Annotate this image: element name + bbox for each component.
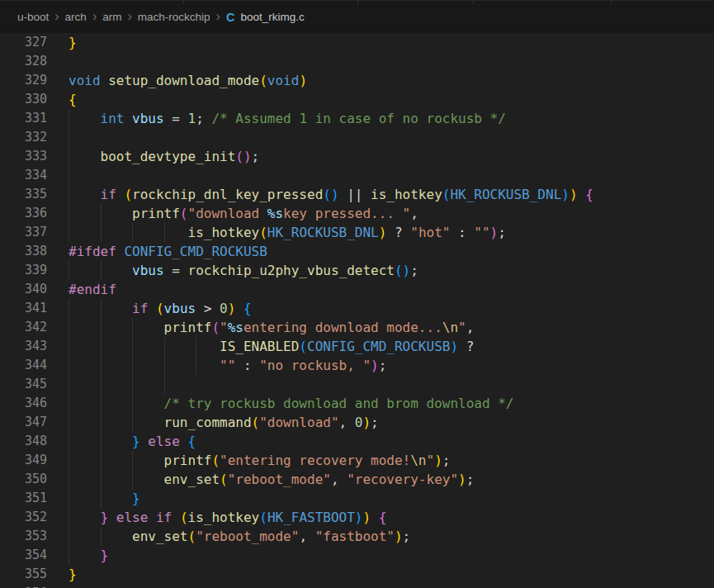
indent-guide (164, 223, 165, 242)
line-number: 347 (0, 413, 47, 432)
line-number: 339 (0, 261, 47, 280)
indent-guide (69, 527, 69, 546)
indent-guide (69, 432, 69, 451)
code-line[interactable]: 336 printf("download %skey pressed... ", (0, 204, 714, 223)
line-number: 346 (0, 394, 47, 413)
code-line[interactable]: 344 "" : "no rockusb, "); (0, 356, 714, 375)
indent-guide (132, 223, 133, 242)
indent-guide (69, 109, 69, 128)
indent-guide (101, 356, 102, 375)
code-line[interactable]: 331 int vbus = 1; /* Assumed 1 in case o… (0, 109, 714, 128)
editor-tab-strip (0, 0, 714, 3)
breadcrumb-file-label: boot_rkimg.c (240, 11, 304, 23)
indent-guide (101, 413, 102, 432)
line-number: 341 (0, 299, 47, 318)
line-number: 329 (0, 71, 47, 90)
indent-guide (69, 299, 69, 318)
chevron-right-icon: › (49, 9, 64, 24)
c-language-icon: C (226, 11, 234, 24)
code-line[interactable]: 356 (0, 584, 714, 588)
line-number: 340 (0, 280, 47, 299)
indent-guide (69, 508, 69, 527)
code-line[interactable]: 346 /* try rockusb download and brom dow… (0, 394, 714, 413)
indent-guide (132, 337, 133, 356)
indent-guide (69, 128, 69, 147)
code-line[interactable]: 342 printf("%sentering download mode...\… (0, 318, 714, 337)
code-line[interactable]: 355} (0, 565, 714, 584)
breadcrumb-item-mach-rockchip[interactable]: mach-rockchip (138, 11, 210, 23)
code-line[interactable]: 341 if (vbus > 0) { (0, 299, 714, 318)
code-line[interactable]: 338#ifdef CONFIG_CMD_ROCKUSB (0, 242, 714, 261)
code-line-content (69, 52, 714, 71)
code-editor[interactable]: 327}328329void setup_download_mode(void)… (0, 33, 714, 588)
code-line-content: env_set("reboot_mode", "recovery-key"); (69, 470, 714, 489)
code-line[interactable]: 327} (0, 33, 714, 52)
code-line[interactable]: 335 if (rockchip_dnl_key_pressed() || is… (0, 185, 714, 204)
code-line-content: } (69, 546, 714, 565)
code-line[interactable]: 350 env_set("reboot_mode", "recovery-key… (0, 470, 714, 489)
code-line[interactable]: 351 } (0, 489, 714, 508)
code-line[interactable]: 339 vbus = rockchip_u2phy_vbus_detect(); (0, 261, 714, 280)
code-line-content: } (69, 489, 714, 508)
line-number: 343 (0, 337, 47, 356)
indent-guide (69, 413, 69, 432)
line-number: 349 (0, 451, 47, 470)
code-line[interactable]: 329void setup_download_mode(void) (0, 71, 714, 90)
code-line[interactable]: 332 (0, 128, 714, 147)
indent-guide (101, 375, 102, 394)
indent-guide (69, 223, 69, 242)
code-line[interactable]: 337 is_hotkey(HK_ROCKUSB_DNL) ? "hot" : … (0, 223, 714, 242)
line-number: 344 (0, 356, 47, 375)
code-line-content: boot_devtype_init(); (69, 147, 714, 166)
breadcrumb: u-boot › arch › arm › mach-rockchip › C … (0, 3, 714, 31)
code-line-content: } (69, 565, 714, 584)
code-line[interactable]: 334 (0, 166, 714, 185)
indent-guide (101, 223, 102, 242)
line-number: 332 (0, 128, 47, 147)
breadcrumb-item-arm[interactable]: arm (102, 11, 121, 23)
code-line-content: IS_ENABLED(CONFIG_CMD_ROCKUSB) ? (69, 337, 714, 356)
code-line[interactable]: 340#endif (0, 280, 714, 299)
code-line-content: void setup_download_mode(void) (69, 71, 714, 90)
code-line[interactable]: 347 run_command("download", 0); (0, 413, 714, 432)
indent-guide (132, 318, 133, 337)
code-line-content: } (69, 33, 714, 52)
indent-guide (101, 527, 102, 546)
code-line-content: is_hotkey(HK_ROCKUSB_DNL) ? "hot" : ""); (69, 223, 714, 242)
tab-separator (357, 1, 358, 4)
code-line-content: } else if (is_hotkey(HK_FASTBOOT)) { (69, 508, 714, 527)
indent-guide (69, 375, 69, 394)
code-line-content (69, 128, 714, 147)
indent-guide (101, 204, 102, 223)
line-number: 327 (0, 33, 47, 52)
line-number: 350 (0, 470, 47, 489)
indent-guide (196, 337, 196, 356)
indent-guide (101, 470, 102, 489)
line-number: 356 (0, 584, 47, 588)
breadcrumb-file[interactable]: C boot_rkimg.c (226, 11, 305, 24)
indent-guide (196, 356, 196, 375)
code-line[interactable]: 349 printf("entering recovery mode!\n"); (0, 451, 714, 470)
breadcrumb-item-uboot[interactable]: u-boot (17, 11, 49, 23)
indent-guide (132, 413, 133, 432)
chevron-right-icon: › (210, 9, 226, 24)
code-line[interactable]: 343 IS_ENABLED(CONFIG_CMD_ROCKUSB) ? (0, 337, 714, 356)
indent-guide (132, 375, 133, 394)
code-line-content: int vbus = 1; /* Assumed 1 in case of no… (69, 109, 714, 128)
code-line[interactable]: 333 boot_devtype_init(); (0, 147, 714, 166)
code-line-content: "" : "no rockusb, "); (69, 356, 714, 375)
code-line[interactable]: 354 } (0, 546, 714, 565)
code-line[interactable]: 330{ (0, 90, 714, 109)
line-number: 335 (0, 185, 47, 204)
indent-guide (69, 166, 69, 185)
code-line[interactable]: 352 } else if (is_hotkey(HK_FASTBOOT)) { (0, 508, 714, 527)
line-number: 353 (0, 527, 47, 546)
code-line[interactable]: 328 (0, 52, 714, 71)
code-line[interactable]: 345 (0, 375, 714, 394)
chevron-right-icon: › (121, 9, 137, 24)
breadcrumb-item-arch[interactable]: arch (65, 11, 87, 23)
code-line-content: printf("entering recovery mode!\n"); (69, 451, 714, 470)
code-line[interactable]: 353 env_set("reboot_mode", "fastboot"); (0, 527, 714, 546)
code-line[interactable]: 348 } else { (0, 432, 714, 451)
line-number: 330 (0, 90, 47, 109)
